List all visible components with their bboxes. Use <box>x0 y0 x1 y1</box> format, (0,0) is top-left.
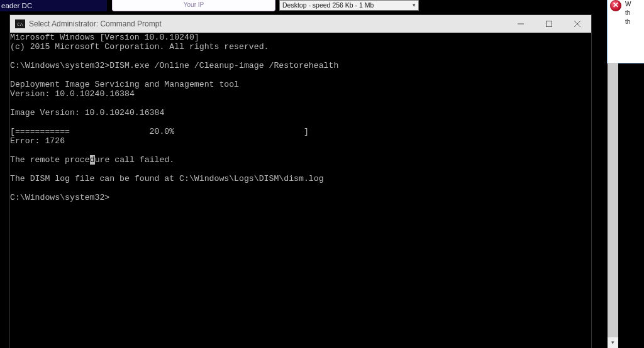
speed-dropdown-label: Desktop - speed 256 Kb - 1 Mb <box>282 1 374 10</box>
titlebar[interactable]: Select Administrator: Command Prompt <box>10 15 591 33</box>
minimize-button[interactable] <box>506 15 535 33</box>
scrollbar-down-arrow-icon[interactable]: ▾ <box>608 337 618 348</box>
close-button[interactable] <box>563 15 591 33</box>
console-line: Version: 10.0.10240.16384 <box>10 89 591 99</box>
error-circle-icon: ✕ <box>610 0 621 11</box>
popup-text-line: th <box>625 9 644 18</box>
background-popup-text: W th th <box>625 0 644 26</box>
close-icon <box>574 21 580 27</box>
console-line: The remote procedure call failed. <box>10 155 591 165</box>
console-line <box>10 52 591 61</box>
console-line <box>10 146 591 155</box>
background-card: Your IP <box>112 0 275 11</box>
console-output[interactable]: Microsoft Windows [Version 10.0.10240](c… <box>10 33 591 348</box>
svg-rect-1 <box>546 21 552 27</box>
console-line <box>10 99 591 108</box>
console-line: [=========== 20.0% ] <box>10 127 591 136</box>
background-card-label: Your IP <box>113 1 275 8</box>
console-line: C:\Windows\system32> <box>10 193 591 202</box>
console-line <box>10 117 591 127</box>
background-popup: ✕ W th th <box>607 0 644 63</box>
console-line: Image Version: 10.0.10240.16384 <box>10 108 591 117</box>
popup-text-line: W <box>625 0 644 9</box>
console-line <box>10 70 591 80</box>
console-line: Deployment Image Servicing and Managemen… <box>10 80 591 89</box>
maximize-icon <box>546 21 552 27</box>
console-line: The DISM log file can be found at C:\Win… <box>10 174 591 183</box>
cmd-app-icon <box>15 19 25 28</box>
console-line: (c) 2015 Microsoft Corporation. All righ… <box>10 42 591 52</box>
command-prompt-window: Select Administrator: Command Prompt Mic… <box>10 15 591 348</box>
text-cursor: d <box>90 155 95 165</box>
speed-dropdown[interactable]: Desktop - speed 256 Kb - 1 Mb ▾ <box>279 0 419 11</box>
console-line: C:\Windows\system32>DISM.exe /Online /Cl… <box>10 61 591 70</box>
chevron-down-icon: ▾ <box>413 1 416 10</box>
maximize-button[interactable] <box>535 15 563 33</box>
minimize-icon <box>518 21 524 27</box>
scrollbar-thumb[interactable] <box>608 63 618 337</box>
window-title: Select Administrator: Command Prompt <box>29 19 162 28</box>
console-line: Microsoft Windows [Version 10.0.10240] <box>10 33 591 42</box>
console-line <box>10 183 591 193</box>
background-taskbar-fragment: eader DC <box>0 0 107 11</box>
console-line: Error: 1726 <box>10 136 591 146</box>
console-line <box>10 165 591 174</box>
popup-text-line: th <box>625 18 644 26</box>
page-scrollbar[interactable]: ▾ <box>608 63 618 348</box>
